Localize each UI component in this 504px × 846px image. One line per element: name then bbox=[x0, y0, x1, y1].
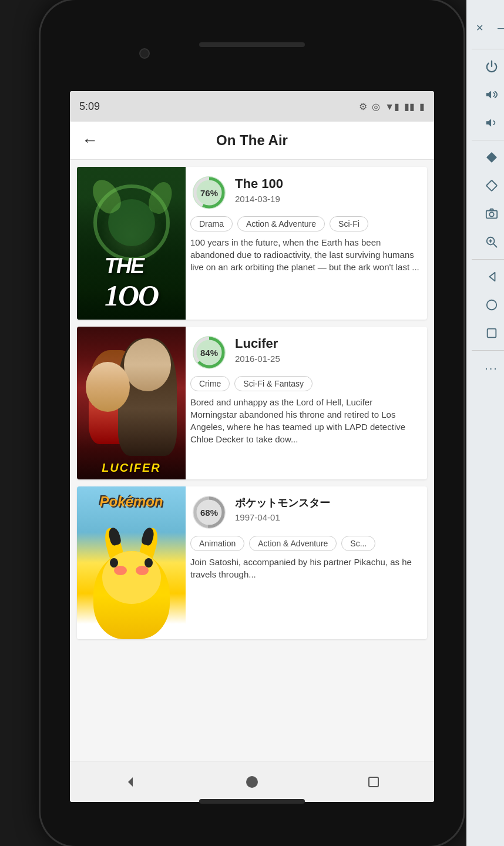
divider-3 bbox=[472, 259, 505, 260]
more-button[interactable]: ··· bbox=[480, 355, 503, 381]
lucifer-title-info: Lucifer 2016-01-25 bbox=[235, 334, 280, 364]
status-time: 5:09 bbox=[79, 100, 100, 113]
lucifer-logo: LUCIFER bbox=[102, 461, 161, 475]
side-square-icon[interactable] bbox=[481, 321, 503, 345]
diamond-filled-icon[interactable] bbox=[481, 145, 503, 170]
power-button[interactable] bbox=[481, 54, 503, 79]
pokemon-rating: 68% bbox=[190, 494, 228, 531]
front-camera bbox=[139, 48, 150, 59]
side-panel: ✕ — bbox=[466, 0, 504, 846]
svg-point-10 bbox=[246, 776, 258, 788]
lucifer-date: 2016-01-25 bbox=[235, 354, 280, 364]
the100-genres: Drama Action & Adventure Sci-Fi bbox=[190, 216, 420, 231]
lucifer-title: Lucifer bbox=[235, 336, 280, 351]
app-content: ← On The Air THE1OO bbox=[70, 122, 434, 802]
status-bar: 5:09 ⚙ ◎ ▼▮ ▮▮ ▮ bbox=[70, 91, 434, 122]
pokemon-description: Join Satoshi, accompanied by his partner… bbox=[190, 556, 420, 580]
lucifer-title-row: 84% Lucifer 2016-01-25 bbox=[190, 334, 420, 371]
the100-rating: 76% bbox=[190, 174, 228, 212]
poster-pokemon: Pokémon bbox=[77, 486, 186, 639]
camera-icon[interactable] bbox=[481, 202, 503, 226]
svg-marker-12 bbox=[486, 91, 490, 99]
svg-point-23 bbox=[486, 300, 496, 310]
the100-description: 100 years in the future, when the Earth … bbox=[190, 236, 420, 273]
pokemon-genres: Animation Action & Adventure Sc... bbox=[190, 536, 420, 551]
zoom-in-icon[interactable] bbox=[481, 230, 503, 254]
poster-lucifer: LUCIFER bbox=[77, 327, 186, 479]
pokemon-details: 68% ポケットモンスター 1997-04-01 Animation Actio… bbox=[186, 486, 427, 639]
divider-4 bbox=[472, 350, 505, 351]
nav-square[interactable] bbox=[361, 769, 387, 795]
lucifer-rating-text: 84% bbox=[200, 348, 218, 358]
svg-line-19 bbox=[493, 244, 496, 247]
battery-icon: ▮ bbox=[419, 101, 425, 112]
svg-point-17 bbox=[489, 212, 493, 216]
settings-icon: ⚙ bbox=[359, 101, 367, 112]
wifi-icon: ▼▮ bbox=[385, 101, 399, 112]
pokemon-title-info: ポケットモンスター 1997-04-01 bbox=[235, 494, 330, 522]
volume-up-button[interactable] bbox=[481, 82, 503, 107]
signal-icon: ▮▮ bbox=[404, 101, 415, 112]
circle-icon: ◎ bbox=[372, 101, 380, 112]
divider-2 bbox=[472, 140, 505, 140]
status-icons: ⚙ ◎ ▼▮ ▮▮ ▮ bbox=[359, 101, 425, 112]
show-list: THE1OO 76% bbox=[70, 160, 434, 761]
genre-animation[interactable]: Animation bbox=[190, 536, 244, 551]
poster-the100: THE1OO bbox=[77, 167, 186, 320]
close-button[interactable]: ✕ bbox=[471, 16, 488, 39]
bottom-nav bbox=[70, 761, 434, 802]
volume-down-button[interactable] bbox=[481, 110, 503, 135]
pokemon-title-row: 68% ポケットモンスター 1997-04-01 bbox=[190, 494, 420, 531]
show-card-pokemon[interactable]: Pokémon 68% bbox=[77, 486, 427, 639]
diamond-outline-icon[interactable] bbox=[481, 173, 503, 198]
svg-rect-14 bbox=[486, 152, 496, 163]
svg-rect-24 bbox=[487, 329, 496, 338]
genre-action[interactable]: Action & Adventure bbox=[237, 216, 325, 231]
the100-details: 76% The 100 2014-03-19 Drama Action & Ad… bbox=[186, 167, 427, 320]
svg-marker-13 bbox=[486, 119, 490, 127]
speaker-bottom bbox=[199, 799, 305, 804]
genre-scifi-fantasy[interactable]: Sci-Fi & Fantasy bbox=[234, 376, 313, 391]
the100-date: 2014-03-19 bbox=[235, 194, 283, 204]
pokemon-date: 1997-04-01 bbox=[235, 512, 330, 522]
svg-rect-11 bbox=[369, 777, 378, 787]
genre-sc[interactable]: Sc... bbox=[341, 536, 375, 551]
lucifer-genres: Crime Sci-Fi & Fantasy bbox=[190, 376, 420, 391]
pokemon-logo: Pokémon bbox=[99, 494, 163, 510]
svg-rect-15 bbox=[486, 180, 496, 191]
pokemon-title: ポケットモンスター bbox=[235, 496, 330, 510]
genre-crime[interactable]: Crime bbox=[190, 376, 230, 391]
show-card-lucifer[interactable]: LUCIFER 84% bbox=[77, 327, 427, 479]
show-card-the100[interactable]: THE1OO 76% bbox=[77, 167, 427, 320]
side-back-icon[interactable] bbox=[481, 264, 503, 289]
svg-marker-22 bbox=[489, 273, 495, 281]
the100-rating-text: 76% bbox=[200, 188, 218, 198]
genre-drama[interactable]: Drama bbox=[190, 216, 233, 231]
nav-back[interactable] bbox=[117, 769, 143, 795]
svg-marker-9 bbox=[128, 777, 133, 787]
nav-home[interactable] bbox=[239, 769, 265, 795]
phone-frame: 5:09 ⚙ ◎ ▼▮ ▮▮ ▮ ← On The Air bbox=[41, 0, 463, 846]
screen: 5:09 ⚙ ◎ ▼▮ ▮▮ ▮ ← On The Air bbox=[70, 91, 434, 802]
the100-logo: THE1OO bbox=[105, 254, 158, 313]
back-button[interactable]: ← bbox=[82, 131, 98, 150]
window-controls: ✕ — bbox=[466, 12, 504, 44]
lucifer-details: 84% Lucifer 2016-01-25 Crime Sci-Fi & Fa… bbox=[186, 327, 427, 479]
genre-scifi[interactable]: Sci-Fi bbox=[330, 216, 368, 231]
pokemon-rating-text: 68% bbox=[200, 508, 218, 518]
divider-1 bbox=[472, 49, 505, 49]
the100-title-row: 76% The 100 2014-03-19 bbox=[190, 174, 420, 212]
lucifer-description: Bored and unhappy as the Lord of Hell, L… bbox=[190, 396, 420, 445]
speaker-top bbox=[199, 42, 305, 47]
top-bar: ← On The Air bbox=[70, 122, 434, 160]
genre-action-adventure[interactable]: Action & Adventure bbox=[249, 536, 337, 551]
side-home-icon[interactable] bbox=[481, 293, 503, 317]
the100-title: The 100 bbox=[235, 176, 283, 192]
page-title: On The Air bbox=[107, 132, 397, 149]
the100-title-info: The 100 2014-03-19 bbox=[235, 174, 283, 204]
minimize-button[interactable]: — bbox=[493, 16, 504, 39]
lucifer-rating: 84% bbox=[190, 334, 228, 371]
